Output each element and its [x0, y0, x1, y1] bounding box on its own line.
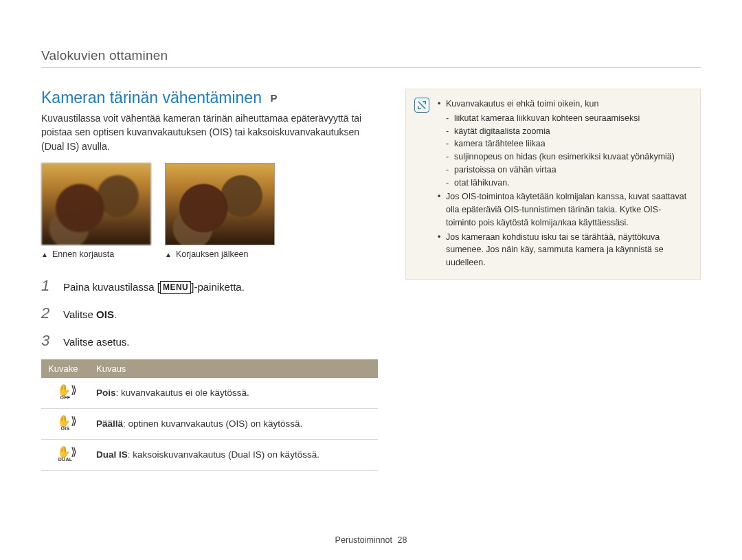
note-sub-2: kamera tärähtelee liikaa — [446, 137, 689, 150]
comparison-photos: Ennen korjausta Korjauksen jälkeen — [41, 163, 378, 259]
note-sub-1: käytät digitaalista zoomia — [446, 125, 689, 138]
photo-after — [165, 163, 275, 245]
left-column: Kameran tärinän vähentäminen P Kuvaustil… — [41, 89, 378, 471]
step-number: 2 — [41, 304, 54, 322]
step-2-bold: OIS — [96, 309, 114, 320]
ois-on-icon: ✋⟫OIS — [57, 416, 74, 431]
row-1-rest: : optinen kuvanvakautus (OIS) on käytöss… — [123, 418, 302, 429]
note-icon — [414, 98, 429, 113]
note-list: Kuvanvakautus ei ehkä toimi oikein, kun … — [438, 98, 689, 271]
note-sub-0: liikutat kameraa liikkuvan kohteen seura… — [446, 112, 689, 125]
step-1-prefix: Paina kuvaustilassa [ — [63, 281, 160, 293]
step-number: 1 — [41, 277, 54, 295]
title-line: Kameran tärinän vähentäminen P — [41, 89, 378, 107]
row-2-bold: Dual IS — [96, 449, 128, 460]
step-number: 3 — [41, 332, 54, 350]
footer-label: Perustoiminnot — [335, 535, 392, 545]
settings-table: Kuvake Kuvaus ✋⟫OFF Pois: kuvanvakautus … — [41, 359, 378, 471]
page-title: Kameran tärinän vähentäminen — [41, 89, 262, 107]
note-sub-3: suljinnopeus on hidas (kun esimerkiksi k… — [446, 150, 689, 164]
note-bullet-2: Jos kameraan kohdistuu isku tai se täräh… — [438, 231, 689, 269]
step-1-suffix: ]-painiketta. — [191, 281, 245, 293]
mode-badge: P — [270, 92, 277, 104]
row-2-rest: : kaksoiskuvanvakautus (Dual IS) on käyt… — [128, 449, 319, 460]
note-box: Kuvanvakautus ei ehkä toimi oikein, kun … — [405, 89, 701, 280]
row-1-bold: Päällä — [96, 418, 123, 429]
note-bullet-0: Kuvanvakautus ei ehkä toimi oikein, kun — [446, 99, 598, 109]
step-3-text: Valitse asetus. — [63, 335, 129, 349]
ois-off-icon: ✋⟫OFF — [57, 385, 74, 400]
step-list: 1 Paina kuvaustilassa [MENU]-painiketta.… — [41, 277, 378, 350]
footer-page: 28 — [397, 535, 407, 545]
table-row: ✋⟫OIS Päällä: optinen kuvanvakautus (OIS… — [41, 408, 378, 439]
row-0-rest: : kuvanvakautus ei ole käytössä. — [116, 388, 249, 398]
section-header: Valokuvien ottaminen — [41, 48, 701, 68]
ois-dual-icon: ✋⟫DUAL — [57, 447, 74, 462]
step-2: 2 Valitse OIS. — [41, 304, 378, 322]
menu-button-label: MENU — [160, 281, 191, 294]
step-1: 1 Paina kuvaustilassa [MENU]-painiketta. — [41, 277, 378, 295]
step-3: 3 Valitse asetus. — [41, 332, 378, 350]
step-2-before: Valitse — [63, 309, 96, 320]
caption-before: Ennen korjausta — [41, 249, 151, 259]
note-sub-4: paristoissa on vähän virtaa — [446, 164, 689, 177]
caption-after: Korjauksen jälkeen — [165, 249, 275, 259]
th-icon: Kuvake — [41, 359, 89, 378]
th-desc: Kuvaus — [89, 359, 378, 378]
note-sub-5: otat lähikuvan. — [446, 177, 689, 190]
photo-before — [41, 163, 151, 245]
right-column: Kuvanvakautus ei ehkä toimi oikein, kun … — [405, 89, 701, 471]
step-2-after: . — [114, 309, 117, 320]
table-row: ✋⟫DUAL Dual IS: kaksoiskuvanvakautus (Du… — [41, 439, 378, 470]
table-row: ✋⟫OFF Pois: kuvanvakautus ei ole käytöss… — [41, 378, 378, 409]
note-bullet-1: Jos OIS-toimintoa käytetään kolmijalan k… — [438, 190, 689, 229]
row-0-bold: Pois — [96, 388, 116, 398]
intro-text: Kuvaustilassa voit vähentää kameran täri… — [41, 111, 378, 153]
page-footer: Perustoiminnot 28 — [0, 535, 742, 545]
